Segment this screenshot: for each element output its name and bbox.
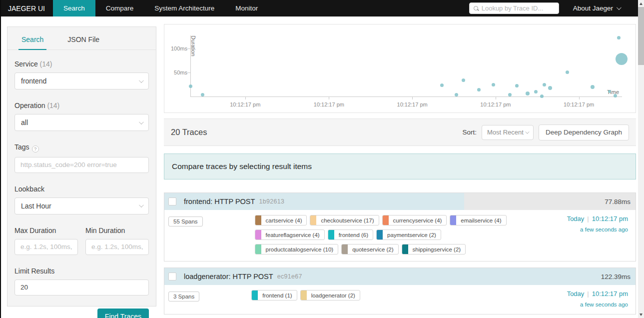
- min-duration-input[interactable]: [85, 239, 149, 255]
- trace-scatter-point[interactable]: [440, 84, 444, 87]
- nav-item-system-architecture[interactable]: System Architecture: [144, 0, 225, 16]
- service-select[interactable]: frontend: [14, 72, 149, 90]
- trace-scatter-point[interactable]: [543, 83, 546, 86]
- trace-timing: Today|10:12:17 pm a few seconds ago: [542, 215, 630, 254]
- sidebar-tabs: SearchJSON File: [7, 27, 156, 50]
- service-color-swatch: [301, 290, 307, 300]
- scroll-up-arrow-icon[interactable]: [638, 0, 644, 7]
- top-navbar: JAEGER UI SearchCompareSystem Architectu…: [0, 0, 638, 16]
- trace-id-search-box[interactable]: [469, 2, 559, 14]
- navbar-menu: SearchCompareSystem ArchitectureMonitor: [53, 0, 268, 16]
- limit-results-input[interactable]: [14, 280, 149, 296]
- trace-scatter-point[interactable]: [201, 93, 204, 96]
- trace-scatter-point[interactable]: [526, 92, 530, 96]
- min-duration-label: Min Duration: [85, 226, 149, 234]
- main-content: Duration Time 50ms100ms10:12:17 pm10:12:…: [164, 16, 636, 318]
- trace-checkbox[interactable]: [168, 198, 176, 206]
- trace-result-card: frontend: HTTP POST 1b92613 77.88ms 55 S…: [164, 192, 636, 262]
- lookback-select-value: Last Hour: [21, 202, 51, 210]
- service-select-value: frontend: [21, 77, 46, 85]
- chevron-down-icon: [617, 5, 622, 10]
- trace-header[interactable]: loadgenerator: HTTP POST ec91e67 122.39m…: [164, 268, 636, 285]
- trace-relative-time: a few seconds ago: [542, 226, 628, 232]
- service-color-swatch: [342, 244, 348, 254]
- service-color-swatch: [255, 216, 261, 225]
- find-traces-button[interactable]: Find Traces: [97, 308, 149, 318]
- trace-id-search-input[interactable]: [482, 4, 555, 12]
- service-color-swatch: [255, 244, 261, 254]
- duration-scatter-chart[interactable]: Duration Time 50ms100ms10:12:17 pm10:12:…: [164, 24, 636, 112]
- trace-relative-time: a few seconds ago: [542, 302, 628, 308]
- trace-scatter-point[interactable]: [462, 78, 465, 82]
- operation-select[interactable]: all: [14, 114, 149, 131]
- sort-select[interactable]: Most Recent: [482, 125, 534, 140]
- span-count-chip: 55 Spans: [168, 216, 203, 226]
- trace-scatter-point[interactable]: [548, 86, 552, 90]
- deep-dependency-graph-button[interactable]: Deep Dependency Graph: [539, 124, 629, 140]
- trace-title: loadgenerator: HTTP POST: [184, 272, 273, 280]
- chevron-down-icon: [139, 78, 144, 83]
- trace-time: 10:12:17 pm: [592, 215, 628, 222]
- about-jaeger-label: About Jaeger: [573, 4, 613, 12]
- trace-scatter-point[interactable]: [189, 84, 192, 88]
- trace-scatter-point[interactable]: [591, 85, 595, 89]
- service-chip-featureflagservice-4: featureflagservice (4): [255, 230, 325, 240]
- max-duration-input[interactable]: [14, 239, 78, 255]
- trace-result-card: loadgenerator: HTTP POST ec91e67 122.39m…: [164, 268, 636, 314]
- trace-body: 55 Spans cartservice (4)checkoutservice …: [164, 210, 636, 261]
- trace-header[interactable]: frontend: HTTP POST 1b92613 77.88ms: [164, 193, 636, 210]
- trace-scatter-point[interactable]: [492, 83, 495, 86]
- trace-duration: 77.88ms: [605, 198, 631, 206]
- operation-select-value: all: [21, 118, 28, 126]
- trace-scatter-point[interactable]: [616, 53, 628, 65]
- trace-scatter-point[interactable]: [614, 94, 617, 98]
- tags-input[interactable]: [14, 157, 149, 173]
- search-panel: SearchJSON File Service (14) frontend Op…: [7, 26, 156, 306]
- x-axis-line: [190, 96, 622, 97]
- trace-scatter-point[interactable]: [515, 84, 519, 88]
- service-chip-loadgenerator-2: loadgenerator (2): [300, 290, 360, 300]
- sort-label: Sort:: [462, 128, 477, 136]
- y-axis-title: Duration: [190, 36, 196, 56]
- help-icon[interactable]: ?: [32, 146, 39, 152]
- service-color-swatch: [402, 244, 408, 254]
- lookback-label: Lookback: [14, 185, 149, 193]
- nav-item-search[interactable]: Search: [53, 0, 95, 16]
- scrollbar-thumb[interactable]: [638, 7, 644, 65]
- nav-item-compare[interactable]: Compare: [95, 0, 144, 16]
- sidebar-tab-search[interactable]: Search: [18, 36, 46, 50]
- lookback-select[interactable]: Last Hour: [14, 198, 149, 214]
- service-chip-shippingservice-2: shippingservice (2): [402, 244, 466, 254]
- navbar-right: About Jaeger: [469, 0, 638, 16]
- trace-checkbox[interactable]: [168, 272, 176, 280]
- service-chip-area: frontend (1)loadgenerator (2): [251, 290, 527, 308]
- service-chip-paymentservice-2: paymentservice (2): [376, 230, 441, 240]
- service-color-swatch: [310, 216, 316, 225]
- scroll-down-arrow-icon[interactable]: [638, 311, 644, 318]
- app-brand[interactable]: JAEGER UI: [0, 0, 53, 16]
- service-chip-checkoutservice-17: checkoutservice (17): [310, 215, 379, 226]
- nav-item-monitor[interactable]: Monitor: [225, 0, 268, 16]
- x-tick-label: 10:12:17 pm: [306, 102, 351, 108]
- search-form: Service (14) frontend Operation (14) all…: [7, 50, 156, 318]
- max-duration-label: Max Duration: [14, 226, 78, 234]
- trace-scatter-point[interactable]: [540, 94, 544, 98]
- trace-scatter-point[interactable]: [566, 70, 569, 74]
- service-chip-frontend-1: frontend (1): [251, 290, 297, 300]
- trace-date: Today: [567, 290, 585, 298]
- trace-body: 3 Spans frontend (1)loadgenerator (2) To…: [164, 285, 636, 314]
- x-tick-label: 10:12:17 pm: [557, 102, 602, 108]
- trace-scatter-point[interactable]: [508, 93, 512, 96]
- trace-scatter-point[interactable]: [617, 36, 621, 40]
- trace-date: Today: [567, 215, 585, 222]
- service-color-swatch: [255, 230, 261, 240]
- about-jaeger-menu[interactable]: About Jaeger: [573, 4, 620, 12]
- sidebar-tab-json-file[interactable]: JSON File: [64, 36, 102, 50]
- trace-scatter-point[interactable]: [477, 88, 481, 92]
- x-tick-label: 10:12:17 pm: [223, 102, 268, 108]
- trace-scatter-point[interactable]: [455, 93, 458, 96]
- vertical-scrollbar[interactable]: [638, 0, 644, 318]
- trace-scatter-point[interactable]: [534, 90, 538, 94]
- trace-id: 1b92613: [259, 198, 284, 205]
- service-label: Service (14): [14, 60, 149, 68]
